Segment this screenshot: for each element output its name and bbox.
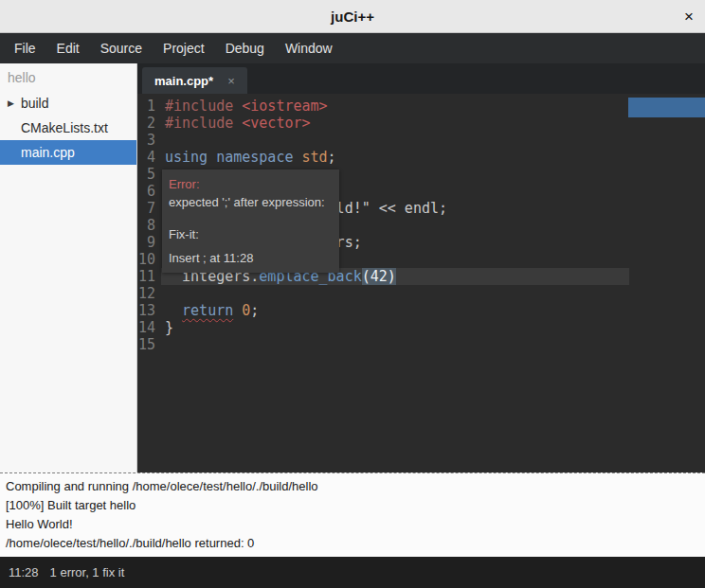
code-text: using namespace std; <box>161 149 705 166</box>
code-token: return <box>182 302 233 319</box>
tooltip-fixit-label: Fix-it: <box>169 225 333 243</box>
menu-item-window[interactable]: Window <box>275 33 343 63</box>
line-number: 3 <box>137 132 161 149</box>
tree-item-label: build <box>21 96 49 111</box>
terminal-output: Compiling and running /home/olece/test/h… <box>6 477 699 553</box>
terminal-line: Compiling and running /home/olece/test/h… <box>6 477 699 496</box>
line-number: 7 <box>137 200 161 217</box>
tree-item-label: main.cpp <box>21 145 75 160</box>
line-number: 10 <box>137 251 161 268</box>
code-token <box>233 302 242 319</box>
line-number: 5 <box>137 166 161 183</box>
terminal-line: [100%] Built target hello <box>6 496 699 515</box>
code-text <box>161 336 705 353</box>
code-token: std <box>302 149 328 166</box>
menu-item-file[interactable]: File <box>4 33 46 63</box>
code-token: (42) <box>362 268 396 285</box>
code-text: #include <vector> <box>161 115 705 132</box>
tooltip-error-label: Error: <box>169 175 333 193</box>
main-area: hello ▶buildCMakeLists.txtmain.cpp main.… <box>0 63 705 472</box>
line-number: 8 <box>137 217 161 234</box>
tooltip-error-message: expected ';' after expression: <box>169 193 333 211</box>
terminal-panel[interactable]: Compiling and running /home/olece/test/h… <box>0 472 705 557</box>
sidebar-item-cmakelists-txt[interactable]: CMakeLists.txt <box>0 116 136 140</box>
menubar: FileEditSourceProjectDebugWindow <box>0 33 705 63</box>
window-title: juCi++ <box>331 9 374 25</box>
code-line-1[interactable]: 1#include <iostream> <box>137 98 705 115</box>
titlebar: juCi++ × <box>0 0 705 33</box>
code-text: } <box>161 319 705 336</box>
code-line-15[interactable]: 15 <box>137 336 705 353</box>
tab-close-icon[interactable]: × <box>227 74 235 88</box>
line-number: 9 <box>137 234 161 251</box>
sidebar-item-main-cpp[interactable]: main.cpp <box>0 140 136 165</box>
code-line-3[interactable]: 3 <box>137 132 705 149</box>
tab-main-cpp[interactable]: main.cpp* × <box>142 67 247 94</box>
tabbar: main.cpp* × <box>137 63 705 94</box>
code-text: #include <iostream> <box>161 98 705 115</box>
code-text: return 0; <box>161 302 705 319</box>
code-line-13[interactable]: 13 return 0; <box>137 302 705 319</box>
line-number: 1 <box>137 98 161 115</box>
terminal-line: Hello World! <box>6 515 699 534</box>
code-line-4[interactable]: 4using namespace std; <box>137 149 705 166</box>
project-root-label[interactable]: hello <box>0 66 136 91</box>
code-line-14[interactable]: 14} <box>137 319 705 336</box>
window-close-icon[interactable]: × <box>684 9 694 25</box>
editor-view[interactable]: 1#include <iostream>2#include <vector>34… <box>137 94 705 472</box>
line-number: 13 <box>137 302 161 319</box>
statusbar: 11:28 1 error, 1 fix it <box>0 557 705 588</box>
cursor-position: 11:28 <box>9 565 39 579</box>
code-text <box>161 285 705 302</box>
line-number: 6 <box>137 183 161 200</box>
tooltip-fixit-message: Insert ; at 11:28 <box>169 249 333 267</box>
scrollbar-thumb[interactable] <box>628 98 705 117</box>
code-token: using namespace <box>165 149 293 166</box>
line-number: 2 <box>137 115 161 132</box>
menu-item-source[interactable]: Source <box>90 33 153 63</box>
menu-item-debug[interactable]: Debug <box>215 33 275 63</box>
code-token: } <box>165 319 173 336</box>
code-token: <iostream> <box>242 98 327 115</box>
code-token: 0 <box>242 302 250 319</box>
line-number: 12 <box>137 285 161 302</box>
terminal-line: /home/olece/test/hello/./build/hello ret… <box>6 534 699 553</box>
line-number: 11 <box>137 268 161 285</box>
line-number: 4 <box>137 149 161 166</box>
code-token: <vector> <box>242 115 310 132</box>
code-token: ; <box>250 302 259 319</box>
sidebar: hello ▶buildCMakeLists.txtmain.cpp <box>0 63 137 472</box>
file-tree: ▶buildCMakeLists.txtmain.cpp <box>0 91 136 165</box>
code-token <box>165 302 182 319</box>
menu-item-edit[interactable]: Edit <box>46 33 90 63</box>
menu-item-project[interactable]: Project <box>153 33 215 63</box>
line-number: 14 <box>137 319 161 336</box>
code-token <box>293 149 301 166</box>
sidebar-item-build[interactable]: ▶build <box>0 91 136 116</box>
tree-item-label: CMakeLists.txt <box>21 120 108 135</box>
code-text <box>161 132 705 149</box>
code-token: #include <box>165 98 242 115</box>
code-token: #include <box>165 115 242 132</box>
diagnostic-tooltip: Error: expected ';' after expression: Fi… <box>162 169 339 273</box>
code-line-2[interactable]: 2#include <vector> <box>137 115 705 132</box>
editor-column: main.cpp* × 1#include <iostream>2#includ… <box>137 63 705 472</box>
code-line-12[interactable]: 12 <box>137 285 705 302</box>
line-number: 15 <box>137 336 161 353</box>
tab-label: main.cpp* <box>154 74 213 88</box>
code-token: ; <box>328 149 336 166</box>
app-window: juCi++ × FileEditSourceProjectDebugWindo… <box>0 0 705 588</box>
expander-arrow-icon[interactable]: ▶ <box>8 98 14 108</box>
diagnostics-summary: 1 error, 1 fix it <box>50 565 125 579</box>
